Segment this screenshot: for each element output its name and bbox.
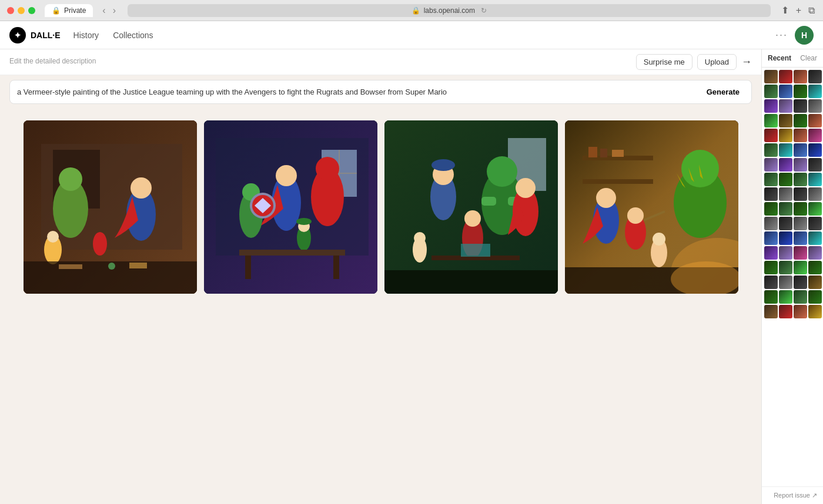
history-thumb-7-2[interactable] — [794, 173, 807, 186]
history-thumb-15-0[interactable] — [764, 290, 778, 304]
history-row[interactable] — [764, 99, 821, 113]
history-row[interactable] — [764, 202, 821, 216]
history-thumb-2-1[interactable] — [779, 99, 792, 113]
history-thumb-5-3[interactable] — [808, 143, 822, 157]
history-row[interactable] — [764, 129, 821, 142]
history-thumb-13-3[interactable] — [808, 261, 822, 274]
arrow-button[interactable]: → — [741, 56, 752, 68]
history-row[interactable] — [764, 114, 821, 127]
history-thumb-8-0[interactable] — [764, 187, 778, 201]
generated-image-4[interactable] — [565, 120, 738, 294]
history-row[interactable] — [764, 246, 821, 260]
more-options-button[interactable]: ··· — [775, 29, 788, 41]
history-thumb-0-0[interactable] — [764, 70, 778, 83]
fullscreen-button[interactable] — [28, 7, 35, 14]
nav-history[interactable]: History — [72, 28, 101, 42]
history-row[interactable] — [764, 173, 821, 186]
history-thumb-9-1[interactable] — [779, 202, 792, 216]
history-row[interactable] — [764, 231, 821, 245]
history-thumb-14-0[interactable] — [764, 275, 778, 289]
close-button[interactable] — [7, 7, 14, 14]
share-icon[interactable]: ⬆ — [780, 4, 790, 17]
history-thumb-0-2[interactable] — [794, 70, 807, 83]
history-thumb-9-0[interactable] — [764, 202, 778, 216]
history-thumb-11-0[interactable] — [764, 231, 778, 245]
history-thumb-10-2[interactable] — [794, 217, 807, 230]
address-bar[interactable]: 🔒 labs.openai.com ↻ — [128, 4, 771, 17]
history-thumb-16-0[interactable] — [764, 305, 778, 318]
history-thumb-4-3[interactable] — [808, 129, 822, 142]
history-thumb-2-3[interactable] — [808, 99, 822, 113]
history-thumb-6-2[interactable] — [794, 158, 807, 172]
history-thumb-11-2[interactable] — [794, 231, 807, 245]
history-thumb-3-1[interactable] — [779, 114, 792, 127]
history-thumb-13-2[interactable] — [794, 261, 807, 274]
history-thumb-2-0[interactable] — [764, 99, 778, 113]
history-thumb-1-0[interactable] — [764, 85, 778, 98]
add-tab-icon[interactable]: + — [795, 4, 802, 17]
history-row[interactable] — [764, 217, 821, 230]
history-row[interactable] — [764, 85, 821, 98]
nav-collections[interactable]: Collections — [112, 28, 154, 42]
history-thumb-8-3[interactable] — [808, 187, 822, 201]
history-thumb-5-2[interactable] — [794, 143, 807, 157]
history-thumb-16-1[interactable] — [779, 305, 792, 318]
history-thumb-3-3[interactable] — [808, 114, 822, 127]
history-thumb-10-1[interactable] — [779, 217, 792, 230]
history-thumb-10-0[interactable] — [764, 217, 778, 230]
history-row[interactable] — [764, 261, 821, 274]
history-thumb-6-1[interactable] — [779, 158, 792, 172]
history-thumb-9-2[interactable] — [794, 202, 807, 216]
prompt-input[interactable] — [17, 88, 702, 96]
history-thumb-15-2[interactable] — [794, 290, 807, 304]
history-thumb-8-2[interactable] — [794, 187, 807, 201]
history-row[interactable] — [764, 143, 821, 157]
history-row[interactable] — [764, 187, 821, 201]
tabs-icon[interactable]: ⧉ — [807, 4, 816, 17]
generated-image-1[interactable] — [24, 120, 197, 294]
history-thumb-14-2[interactable] — [794, 275, 807, 289]
history-thumb-0-1[interactable] — [779, 70, 792, 83]
history-thumb-7-1[interactable] — [779, 173, 792, 186]
report-issue-link[interactable]: Report issue ↗ — [762, 486, 823, 504]
history-thumb-12-3[interactable] — [808, 246, 822, 260]
history-thumb-16-3[interactable] — [808, 305, 822, 318]
browser-tab[interactable]: 🔒 Private — [45, 4, 93, 17]
history-thumb-16-2[interactable] — [794, 305, 807, 318]
back-button[interactable]: ‹ — [100, 4, 108, 17]
history-thumb-7-0[interactable] — [764, 173, 778, 186]
history-thumb-4-1[interactable] — [779, 129, 792, 142]
history-thumb-9-3[interactable] — [808, 202, 822, 216]
history-thumb-15-1[interactable] — [779, 290, 792, 304]
history-row[interactable] — [764, 275, 821, 289]
history-thumb-1-1[interactable] — [779, 85, 792, 98]
history-thumb-15-3[interactable] — [808, 290, 822, 304]
generated-image-3[interactable] — [384, 120, 558, 294]
history-thumb-12-0[interactable] — [764, 246, 778, 260]
history-thumb-14-3[interactable] — [808, 275, 822, 289]
history-thumb-6-3[interactable] — [808, 158, 822, 172]
history-scroll[interactable] — [762, 68, 823, 486]
history-row[interactable] — [764, 290, 821, 304]
history-thumb-0-3[interactable] — [808, 70, 822, 83]
surprise-me-button[interactable]: Surprise me — [636, 54, 692, 70]
history-thumb-12-1[interactable] — [779, 246, 792, 260]
generate-button[interactable]: Generate — [702, 85, 744, 99]
history-thumb-12-2[interactable] — [794, 246, 807, 260]
history-thumb-3-0[interactable] — [764, 114, 778, 127]
history-thumb-1-2[interactable] — [794, 85, 807, 98]
history-thumb-8-1[interactable] — [779, 187, 792, 201]
history-row[interactable] — [764, 305, 821, 318]
history-row[interactable] — [764, 158, 821, 172]
history-thumb-1-3[interactable] — [808, 85, 822, 98]
history-thumb-10-3[interactable] — [808, 217, 822, 230]
history-thumb-14-1[interactable] — [779, 275, 792, 289]
history-thumb-13-0[interactable] — [764, 261, 778, 274]
history-thumb-6-0[interactable] — [764, 158, 778, 172]
history-thumb-4-2[interactable] — [794, 129, 807, 142]
history-thumb-11-3[interactable] — [808, 231, 822, 245]
clear-button[interactable]: Clear — [800, 54, 817, 62]
forward-button[interactable]: › — [111, 4, 118, 17]
user-avatar[interactable]: H — [795, 26, 814, 45]
history-thumb-5-1[interactable] — [779, 143, 792, 157]
